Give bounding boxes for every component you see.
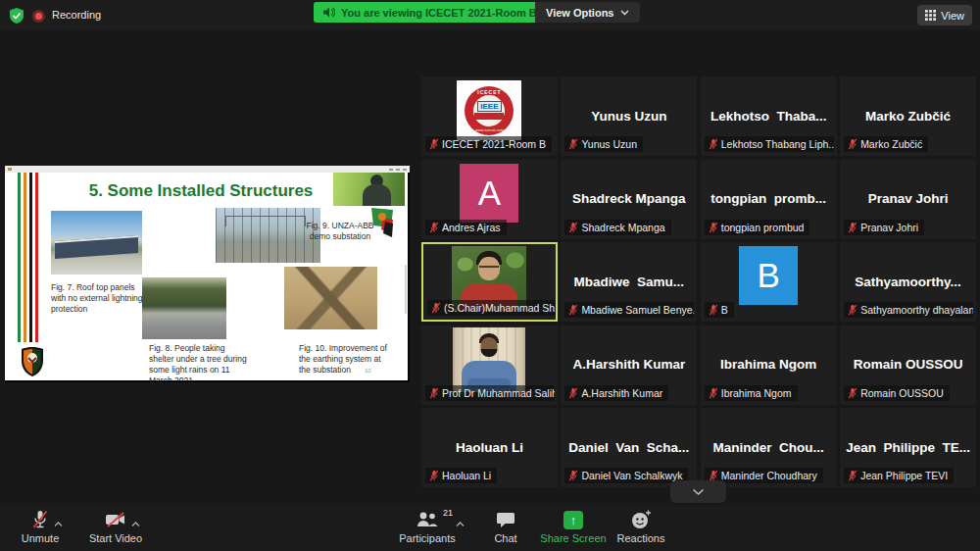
mic-muted-icon (429, 138, 439, 150)
participant-name-tag: tongpian prombud (705, 220, 810, 235)
mic-muted-icon (848, 222, 858, 233)
participant-tile[interactable]: Romain OUSSOU Romain OUSSOU (840, 326, 976, 405)
participant-name-tag: Sathyamoorthy dhayalan (844, 302, 973, 318)
chevron-up-icon[interactable] (456, 522, 465, 527)
participant-tile[interactable]: tongpian promb... tongpian prombud (701, 160, 837, 239)
reactions-label: Reactions (617, 532, 665, 544)
participant-name-tag: Marko Zubčić (844, 136, 928, 152)
view-layout-button[interactable]: View (917, 5, 972, 25)
participant-tile[interactable]: Yunus Uzun Yunus Uzun (561, 76, 697, 156)
mic-muted-icon (709, 304, 718, 316)
participant-display-name: Sathyamoorthy... (840, 274, 976, 288)
participant-tile[interactable]: Shadreck Mpanga Shadreck Mpanga (561, 160, 697, 239)
mic-muted-icon (709, 222, 718, 233)
participant-name: Andres Ajras (442, 222, 501, 233)
participant-display-name: Jean Philippe TE... (840, 439, 976, 454)
mic-muted-icon (709, 138, 718, 150)
participant-name-tag: ICECET 2021-Room B (425, 136, 552, 152)
participants-count-badge: 21 (443, 508, 453, 518)
start-video-label: Start Video (89, 532, 142, 544)
participants-icon: 21 (416, 510, 439, 529)
participant-tile[interactable]: Jean Philippe TE... Jean Philippe TEVI (840, 408, 976, 487)
participant-name-tag: Yunus Uzun (564, 136, 643, 152)
participant-display-name: Lekhotso Thaba... (701, 108, 837, 123)
participant-tile[interactable]: Daniel Van Scha... Daniel Van Schalkwyk (561, 408, 697, 487)
participant-name: Romain OUSSOU (860, 387, 944, 399)
participants-grid: ICECET IEEE www.icecet.com ICECET 2021-R… (421, 76, 976, 487)
start-video-button[interactable]: Start Video (80, 510, 151, 544)
participant-name-tag: (S.Chair)Muhammad Sh... (427, 300, 557, 316)
participant-tile[interactable]: Haoluan Li Haoluan Li (421, 408, 558, 487)
camera-off-icon (105, 510, 126, 529)
participant-name: Yunus Uzun (581, 138, 637, 150)
participant-name: Prof Dr Muhammad Salih (442, 387, 555, 399)
mic-muted-icon (568, 387, 578, 399)
participant-tile[interactable]: A Andres Ajras (421, 160, 558, 239)
view-options-button[interactable]: View Options (535, 2, 640, 23)
participant-tile[interactable]: Pranav Johri Pranav Johri (840, 160, 976, 239)
participant-tile[interactable]: Maninder Chou... Maninder Choudhary (701, 408, 837, 487)
participant-name-tag: Daniel Van Schalkwyk (564, 468, 688, 483)
shared-screen-window: 5. Some Installed Structures Fig. 9. UNZ… (5, 166, 410, 382)
top-bar: Recording You are viewing ICECET 2021-Ro… (0, 0, 980, 29)
mic-muted-icon (568, 470, 578, 481)
avatar: B (739, 246, 798, 305)
share-screen-label: Share Screen (540, 532, 606, 544)
view-button-label: View (941, 10, 964, 22)
participant-tile[interactable]: Lekhotso Thaba... Lekhotso Thabang Liph.… (701, 76, 837, 156)
participant-name-tag: Romain OUSSOU (844, 385, 950, 401)
fig10-earthing-trench-photo (284, 267, 377, 329)
chevron-down-icon (692, 488, 705, 496)
collapse-grid-button[interactable] (670, 480, 726, 503)
chat-label: Chat (494, 532, 516, 544)
slide-title: 5. Some Installed Structures (62, 181, 340, 201)
share-screen-button[interactable]: ↑ Share Screen (535, 510, 612, 544)
participant-tile[interactable]: Mbadiwe Samu... Mbadiwe Samuel Benye... (561, 242, 697, 322)
chat-icon (497, 510, 515, 529)
chevron-up-icon[interactable] (131, 522, 140, 527)
participant-name: Sathyamoorthy dhayalan (860, 304, 973, 316)
participant-name-tag: A.Harshith Kumar (564, 385, 668, 401)
slide-page-number: 10 (365, 368, 371, 374)
mic-muted-icon (31, 510, 49, 529)
participant-tile[interactable]: Prof Dr Muhammad Salih (421, 326, 558, 405)
participant-tile[interactable]: B B (701, 242, 837, 322)
participants-label: Participants (399, 532, 455, 544)
chevron-up-icon[interactable] (54, 522, 63, 527)
participant-tile[interactable]: Ibrahima Ngom Ibrahima Ngom (701, 326, 837, 405)
participants-button[interactable]: 21 Participants (396, 510, 459, 544)
participant-name: (S.Chair)Muhammad Sh... (444, 302, 557, 314)
view-options-label: View Options (546, 7, 613, 19)
participant-name-tag: Pranav Johri (844, 220, 924, 235)
chat-button[interactable]: Chat (486, 510, 525, 544)
participant-tile[interactable]: A.Harshith Kumar A.Harshith Kumar (561, 326, 697, 405)
participant-tile-active-speaker[interactable]: (S.Chair)Muhammad Sh... (421, 242, 558, 322)
recording-indicator-icon[interactable] (32, 10, 45, 23)
participant-name: Marko Zubčić (860, 138, 922, 150)
fig10-caption: Fig. 10. Improvement of the earthing sys… (299, 343, 387, 376)
reactions-button[interactable]: Reactions (610, 510, 672, 544)
participant-display-name: Mbadiwe Samu... (561, 274, 697, 288)
ieee-logo: IEEE (477, 101, 501, 112)
zoom-meeting-window: Recording You are viewing ICECET 2021-Ro… (0, 0, 980, 551)
share-screen-icon: ↑ (564, 510, 583, 529)
shared-window-titlebar (5, 166, 410, 173)
participant-tile[interactable]: Sathyamoorthy... Sathyamoorthy dhayalan (840, 242, 976, 322)
mic-muted-icon (568, 222, 578, 233)
participant-name-tag: Haoluan Li (425, 468, 497, 483)
unmute-button[interactable]: Unmute (10, 510, 71, 544)
fig8-street-photo (142, 277, 226, 339)
mic-muted-icon (568, 304, 578, 316)
participant-tile[interactable]: Marko Zubčić Marko Zubčić (840, 76, 976, 156)
slide-scrollbar[interactable] (405, 265, 407, 314)
participant-name: A.Harshith Kumar (581, 387, 662, 399)
mic-muted-icon (429, 387, 439, 399)
mic-muted-icon (429, 222, 439, 233)
participant-tile-icecet-room[interactable]: ICECET IEEE www.icecet.com ICECET 2021-R… (421, 76, 558, 156)
participant-name: Shadreck Mpanga (581, 222, 664, 233)
avatar: A (460, 164, 518, 223)
slide-side-stripes (18, 173, 38, 342)
participant-name: Mbadiwe Samuel Benye... (581, 304, 694, 316)
participant-name-tag: Mbadiwe Samuel Benye... (564, 302, 694, 318)
fig7-rooftop-panels-photo (51, 211, 142, 275)
